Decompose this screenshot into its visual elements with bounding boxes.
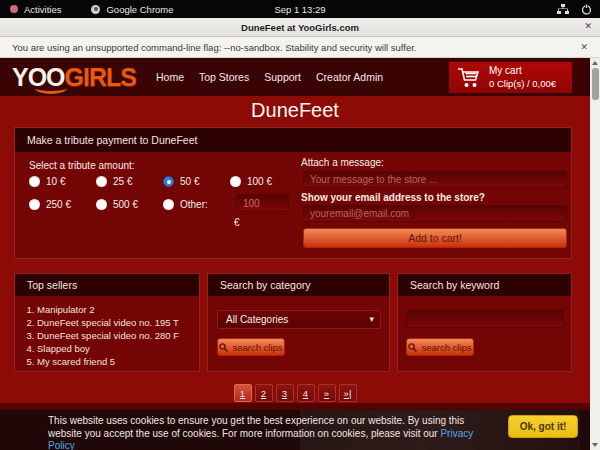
chrome-infobar: You are using an unsupported command-lin… [0,37,600,58]
search-icon [219,343,228,352]
chevron-down-icon: ▾ [369,314,374,324]
cookie-message: This website uses cookies to ensure you … [48,415,496,450]
radio-icon[interactable] [163,199,174,210]
browser-viewport: YOOGIRLS Home Top Stores Support Creator… [0,58,600,450]
nav-item-support[interactable]: Support [264,71,301,83]
scroll-down-icon[interactable] [592,443,598,447]
radio-icon[interactable] [230,176,241,187]
search-clips-label: search clips [421,342,471,353]
category-dropdown[interactable]: All Categories ▾ [217,310,381,329]
clock[interactable]: Sep 1 13:29 [0,4,600,15]
currency-symbol: € [234,217,240,228]
cookie-accept-button[interactable]: Ok, got it! [508,415,578,438]
keyword-input[interactable] [406,310,564,328]
category-dropdown-value: All Categories [226,314,288,325]
amount-option-label: Other: [180,199,208,210]
top-sellers-list: Manipulator 2 DuneFeet special video no.… [37,303,199,368]
message-label: Attach a message: [301,157,384,168]
amount-option-label: 250 € [46,199,71,210]
window-close-icon[interactable]: ✕ [584,21,592,31]
page-button-3[interactable]: 3 [276,384,294,402]
logo-smile-icon [35,82,67,94]
cookie-notice: This website uses cookies to ensure you … [0,410,600,450]
top-sellers-panel: Top sellers Manipulator 2 DuneFeet speci… [14,273,200,372]
amount-option-other[interactable]: Other: [163,199,208,210]
page-button-4[interactable]: 4 [297,384,315,402]
search-keyword-panel: Search by keyword search clips [397,273,572,372]
cookie-message-text: This website uses cookies to ensure you … [48,415,464,439]
radio-icon[interactable] [96,199,107,210]
page-button-last[interactable]: »| [339,384,357,402]
cart-summary: 0 Clip(s) / 0,00€ [489,78,556,90]
tribute-panel: Make a tribute payment to DuneFeet Selec… [14,127,572,259]
search-clips-label: search clips [232,342,282,353]
page-button-2[interactable]: 2 [255,384,273,402]
my-cart-button[interactable]: My cart 0 Clip(s) / 0,00€ [449,62,572,93]
search-category-title: Search by category [208,274,389,296]
nav-item-home[interactable]: Home [156,71,184,83]
scroll-up-icon[interactable] [592,61,598,65]
amount-option-label: 25 € [113,176,132,187]
other-amount-input[interactable] [236,194,289,212]
scrollbar-thumb[interactable] [592,68,599,100]
site-header: YOOGIRLS Home Top Stores Support Creator… [0,58,590,96]
amount-option-label: 10 € [46,176,65,187]
window-title: DuneFeet at YooGirls.com [241,22,359,33]
list-item[interactable]: My scared friend 5 [37,355,199,368]
infobar-message: You are using an unsupported command-lin… [12,42,417,53]
search-clips-category-button[interactable]: search clips [217,338,285,356]
radio-icon[interactable] [163,176,174,187]
site-content: YOOGIRLS Home Top Stores Support Creator… [0,58,590,450]
amount-option-250[interactable]: 250 € [29,199,71,210]
email-label: Show your email address to the store? [301,192,485,203]
top-sellers-title: Top sellers [15,274,199,296]
system-top-bar: Activities Google Chrome Sep 1 13:29 [0,0,600,18]
main-nav: Home Top Stores Support Creator Admin [156,71,383,83]
site-logo[interactable]: YOOGIRLS [12,65,150,90]
cart-icon [457,67,481,89]
list-item[interactable]: DuneFeet special video no. 195 T [37,316,199,329]
amount-option-label: 100 € [247,176,272,187]
search-clips-keyword-button[interactable]: search clips [406,338,474,356]
nav-item-creator-admin[interactable]: Creator Admin [316,71,383,83]
infobar-close-icon[interactable]: ✕ [580,42,588,52]
cart-title: My cart [489,65,556,78]
radio-icon[interactable] [29,199,40,210]
pagination: 1 2 3 4 » »| [0,384,590,402]
search-category-panel: Search by category All Categories ▾ sear… [207,273,390,372]
list-item[interactable]: Slapped boy [37,342,199,355]
add-to-cart-button[interactable]: Add to cart! [303,228,567,248]
power-icon[interactable] [581,4,592,15]
logo-text-girls: GIRLS [65,63,136,91]
amount-option-label: 50 € [180,176,199,187]
list-item[interactable]: DuneFeet special video no. 280 F [37,329,199,342]
radio-icon[interactable] [96,176,107,187]
list-item[interactable]: Manipulator 2 [37,303,199,316]
amount-option-label: 500 € [113,199,138,210]
radio-icon[interactable] [29,176,40,187]
page-button-next[interactable]: » [318,384,336,402]
search-icon [408,343,417,352]
message-input[interactable] [303,171,567,188]
amount-option-25[interactable]: 25 € [96,176,132,187]
tribute-panel-header: Make a tribute payment to DuneFeet [15,128,571,152]
amount-label: Select a tribute amount: [29,160,135,171]
network-icon[interactable] [557,4,569,15]
amount-option-100[interactable]: 100 € [230,176,272,187]
browser-scrollbar[interactable] [590,58,600,450]
amount-option-10[interactable]: 10 € [29,176,65,187]
amount-option-500[interactable]: 500 € [96,199,138,210]
page-button-1[interactable]: 1 [234,384,252,402]
search-keyword-title: Search by keyword [398,274,571,296]
page-title: DuneFeet [0,99,590,122]
nav-item-top-stores[interactable]: Top Stores [199,71,249,83]
window-titlebar[interactable]: DuneFeet at YooGirls.com ✕ [0,18,600,37]
email-input[interactable] [303,205,567,222]
amount-option-50[interactable]: 50 € [163,176,199,187]
